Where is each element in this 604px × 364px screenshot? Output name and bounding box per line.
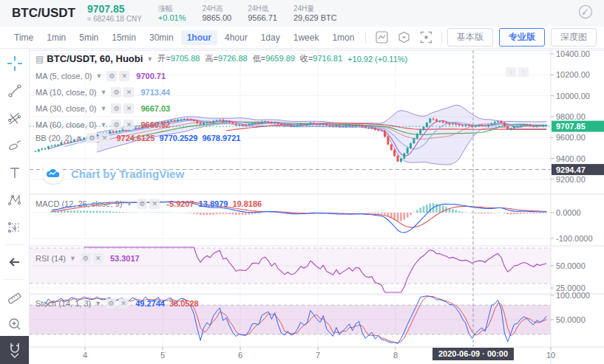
view-button-基本版[interactable]: 基本版: [447, 28, 493, 47]
legend-caret-icon[interactable]: ▼: [146, 55, 153, 63]
close-icon[interactable]: ✕: [123, 103, 134, 114]
gear-icon[interactable]: ⚙: [81, 253, 91, 264]
interval-1min[interactable]: 1min: [41, 30, 72, 45]
ruler-tool[interactable]: [4, 286, 25, 307]
volume-label: 24H量: [293, 4, 337, 13]
svg-text:100.0000: 100.0000: [556, 291, 590, 300]
toolbar-divider: [441, 32, 442, 44]
text-tool[interactable]: [4, 162, 25, 183]
gear-icon[interactable]: ⚙: [111, 120, 121, 130]
gear-icon[interactable]: ⚙: [86, 133, 97, 143]
macd-hist-value: -5.9207: [166, 199, 194, 208]
legend-title: BTC/USDT, 60, Huobi: [47, 53, 143, 64]
svg-text:9707.85: 9707.85: [556, 122, 586, 131]
gear-icon[interactable]: ⚙: [106, 298, 116, 309]
forecast-tool[interactable]: [4, 217, 25, 238]
rsi-legend: RSI (14) ▼ ⚙ ✕ 53.3017: [35, 253, 140, 264]
caret-icon[interactable]: ▼: [101, 121, 107, 128]
volume-value: 29,629 BTC: [293, 13, 337, 23]
change-stat: 涨幅 +0.01%: [158, 4, 186, 23]
close-icon[interactable]: ✕: [119, 71, 129, 81]
interval-15min[interactable]: 15min: [106, 30, 142, 45]
caret-icon[interactable]: ▼: [101, 89, 107, 96]
bb-basis-value: 9724.6125: [116, 134, 155, 142]
series-icon: ▤: [35, 54, 44, 64]
gear-icon[interactable]: ⚙: [137, 199, 147, 209]
high-stat: 24H高 9865.00: [202, 4, 231, 23]
camera-icon[interactable]: [416, 30, 435, 45]
brush-tool[interactable]: [4, 135, 25, 156]
svg-text:10200.00: 10200.00: [556, 70, 590, 79]
toolbar-divider: [365, 32, 366, 44]
gear-icon[interactable]: ⚙: [106, 71, 117, 81]
interval-group: Time1min5min15min30min1hour4hour1day1wee…: [7, 30, 361, 45]
svg-text:8: 8: [393, 351, 398, 360]
bb-label: BB (20, 2): [35, 134, 72, 142]
drawing-toolbar: [0, 49, 30, 364]
xabcd-pattern-tool[interactable]: [4, 190, 25, 210]
back-arrow-icon[interactable]: [4, 252, 25, 272]
close-icon[interactable]: ✕: [149, 199, 160, 209]
style-brush-icon[interactable]: [577, 4, 594, 20]
svg-text:-100.0000: -100.0000: [556, 234, 593, 243]
tradingview-watermark[interactable]: Chart by TradingView: [43, 163, 184, 184]
ma60-value: 9660.52: [140, 120, 170, 129]
caret-icon[interactable]: ▼: [76, 134, 83, 142]
close-icon[interactable]: ✕: [93, 253, 104, 264]
zoom-in-tool[interactable]: [4, 314, 25, 334]
svg-text:50.0000: 50.0000: [556, 315, 586, 324]
interval-4hour[interactable]: 4hour: [219, 30, 254, 45]
ma5-legend: MA (5, close, 0) ▼ ⚙ ✕ 9700.71: [35, 71, 166, 81]
fib-lines-tool[interactable]: [4, 108, 25, 128]
close-icon[interactable]: ✕: [123, 120, 134, 130]
interval-1day[interactable]: 1day: [255, 30, 286, 45]
trend-line-tool[interactable]: [4, 80, 25, 101]
chart-toolbar: Time1min5min15min30min1hour4hour1day1wee…: [0, 27, 604, 49]
interval-1week[interactable]: 1week: [288, 30, 325, 45]
close-icon[interactable]: ✕: [99, 133, 109, 143]
svg-text:4: 4: [83, 351, 87, 360]
view-button-深度图[interactable]: 深度图: [551, 28, 597, 47]
price-in-cny: ≈ 68246.18 CNY: [87, 15, 142, 24]
pane-expand-icon[interactable]: ↑: [518, 67, 529, 77]
svg-text:2020-06-09 · 00:00: 2020-06-09 · 00:00: [438, 349, 508, 358]
crosshair-tool[interactable]: [4, 53, 25, 74]
rsi-value: 53.3017: [110, 254, 140, 263]
toolbar-divider: [5, 244, 24, 245]
view-button-专业版[interactable]: 专业版: [499, 28, 545, 47]
pane-collapse-icon[interactable]: ↓: [506, 67, 516, 77]
change-label: 涨幅: [158, 4, 186, 13]
ma10-legend: MA (10, close, 0) ▼ ⚙ ✕ 9713.44: [35, 87, 170, 97]
caret-icon[interactable]: ▼: [126, 200, 132, 207]
chart-style-icon[interactable]: [372, 30, 391, 45]
gear-icon[interactable]: ⚙: [111, 103, 121, 114]
close-icon[interactable]: ✕: [118, 298, 129, 309]
magnet-icon: [9, 343, 21, 353]
caret-icon[interactable]: ▼: [101, 105, 107, 112]
interval-1hour[interactable]: 1hour: [181, 30, 217, 45]
caret-icon[interactable]: ▼: [95, 300, 101, 307]
low-label: 低=: [253, 54, 265, 63]
interval-30min[interactable]: 30min: [143, 30, 180, 45]
low-label: 24H低: [248, 4, 277, 13]
chart-area[interactable]: 10400.0010200.0010000.009800.009600.0094…: [30, 49, 604, 364]
indicator-icon[interactable]: [394, 30, 413, 45]
ma30-legend: MA (30, close, 0) ▼ ⚙ ✕ 9667.03: [35, 103, 170, 114]
interval-time[interactable]: Time: [8, 30, 39, 45]
tradingview-logo-icon: [43, 163, 64, 184]
bb-lower-value: 9678.9721: [202, 134, 240, 142]
interval-5min[interactable]: 5min: [73, 30, 104, 45]
pane-size-buttons: ↓ ↑: [506, 67, 529, 77]
stoch-d-value: 38.0528: [169, 299, 199, 308]
ma30-value: 9667.03: [140, 104, 170, 113]
interval-1mon[interactable]: 1mon: [326, 30, 360, 45]
caret-icon[interactable]: ▼: [69, 255, 76, 262]
close-icon[interactable]: ✕: [123, 87, 134, 97]
caret-icon[interactable]: ▼: [95, 72, 102, 80]
main-legend: ▤ BTC/USDT, 60, Huobi ▼ 开=9705.88 高=9726…: [35, 53, 413, 64]
magnet-tool[interactable]: [0, 336, 29, 364]
ma5-value: 9700.71: [136, 72, 166, 80]
gear-icon[interactable]: ⚙: [111, 87, 121, 97]
low-stat: 24H低 9566.71: [248, 4, 277, 23]
macd-dif-value: 13.8979: [199, 199, 228, 208]
